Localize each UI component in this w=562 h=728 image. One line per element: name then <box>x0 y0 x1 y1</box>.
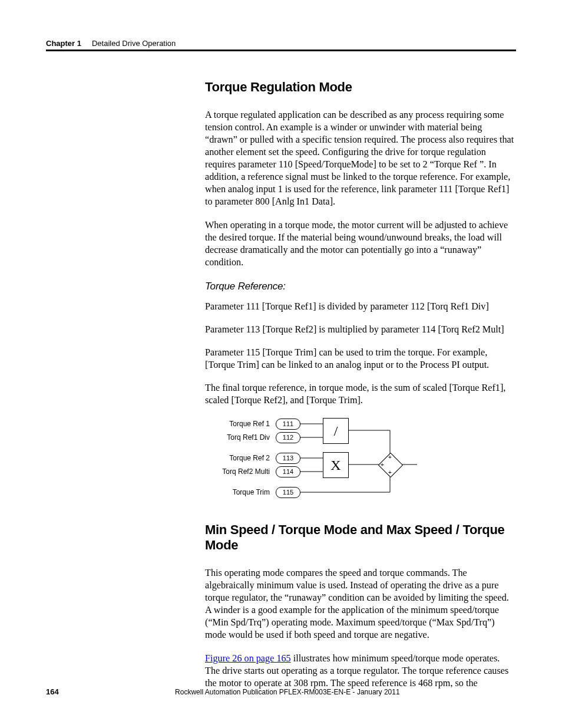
publication-id: Rockwell Automation Publication PFLEX-RM… <box>59 688 516 696</box>
body-paragraph: This operating mode compares the speed a… <box>205 567 516 641</box>
page-number: 164 <box>46 687 59 696</box>
diagram-label: Torque Trim <box>211 488 270 496</box>
main-content: Torque Regulation Mode A torque regulate… <box>205 80 516 700</box>
divide-op-box: / <box>323 418 349 444</box>
diagram-label: Torq Ref1 Div <box>211 433 270 442</box>
header-rule <box>46 50 516 51</box>
body-paragraph: The final torque reference, in torque mo… <box>205 382 516 407</box>
param-pill: 111 <box>276 419 300 430</box>
section-heading-min-max-speed: Min Speed / Torque Mode and Max Speed / … <box>205 522 516 553</box>
param-pill: 114 <box>276 466 300 477</box>
section-label: Detailed Drive Operation <box>92 39 176 48</box>
sum-plus-icon: + <box>388 469 392 476</box>
sum-plus-icon: + <box>381 462 384 468</box>
subheading-torque-reference: Torque Reference: <box>205 281 516 292</box>
body-paragraph: Parameter 113 [Torque Ref2] is multiplie… <box>205 324 516 336</box>
body-paragraph: Figure 26 on page 165 illustrates how mi… <box>205 653 516 690</box>
param-pill: 113 <box>276 453 300 464</box>
page-header: Chapter 1 Detailed Drive Operation <box>46 39 516 48</box>
sum-plus-icon: + <box>388 454 392 460</box>
body-paragraph: When operating in a torque mode, the mot… <box>205 219 516 269</box>
param-pill: 115 <box>276 487 300 498</box>
diagram-label: Torque Ref 1 <box>211 420 270 428</box>
torque-reference-diagram: Torque Ref 1 Torq Ref1 Div Torque Ref 2 … <box>205 417 511 506</box>
multiply-op-box: X <box>323 452 349 478</box>
body-paragraph: Parameter 111 [Torque Ref1] is divided b… <box>205 301 516 313</box>
diagram-label: Torq Ref2 Multi <box>211 467 270 476</box>
chapter-label: Chapter 1 <box>46 39 81 48</box>
param-pill: 112 <box>276 432 300 443</box>
page-footer: 164 Rockwell Automation Publication PFLE… <box>46 687 516 696</box>
section-heading-torque-regulation: Torque Regulation Mode <box>205 80 516 95</box>
diagram-label: Torque Ref 2 <box>211 454 270 462</box>
body-paragraph: A torque regulated application can be de… <box>205 109 516 209</box>
body-paragraph: Parameter 115 [Torque Trim] can be used … <box>205 347 516 371</box>
figure-link[interactable]: Figure 26 on page 165 <box>205 653 291 664</box>
